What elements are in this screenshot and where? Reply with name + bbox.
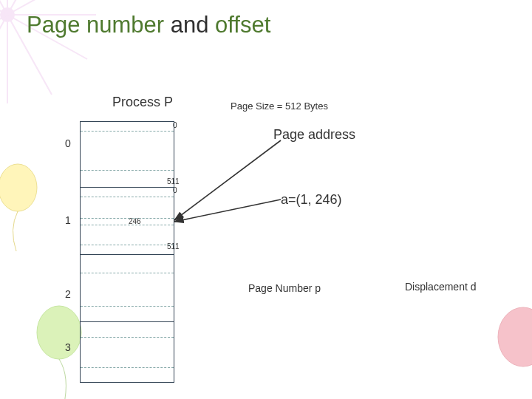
page-size-label: Page Size = 512 Bytes — [231, 100, 328, 112]
page-index-2: 2 — [65, 288, 71, 300]
page-index-1: 1 — [65, 214, 71, 226]
svg-point-0 — [0, 7, 15, 22]
svg-point-14 — [37, 306, 81, 359]
title-part-3: offset — [215, 12, 270, 38]
slide: Page number and offset Process P Page Si… — [0, 0, 532, 399]
memory-column — [80, 121, 174, 383]
title-part-1: Page number — [27, 12, 171, 38]
displacement-label: Displacement d — [405, 281, 477, 293]
arrow-page-address — [170, 127, 288, 231]
slide-title: Page number and offset — [27, 12, 270, 38]
svg-point-13 — [0, 164, 37, 211]
svg-line-16 — [174, 140, 281, 220]
svg-line-17 — [174, 200, 281, 222]
svg-line-11 — [0, 0, 7, 15]
page-address-label: Page address — [273, 127, 355, 143]
svg-line-9 — [0, 15, 7, 59]
page-index-3: 3 — [65, 341, 71, 353]
page-number-label: Page Number p — [248, 282, 321, 294]
balloon-red-decor — [480, 300, 532, 396]
svg-line-8 — [0, 15, 7, 95]
svg-point-15 — [498, 307, 532, 366]
arrow-a-equation — [170, 194, 288, 231]
page-index-0: 0 — [65, 137, 71, 149]
process-label: Process P — [112, 95, 173, 110]
address-equation: a=(1, 246) — [281, 192, 342, 208]
svg-line-12 — [0, 0, 7, 15]
balloon-yellow-decor — [0, 163, 46, 259]
title-part-2: and — [171, 12, 215, 38]
